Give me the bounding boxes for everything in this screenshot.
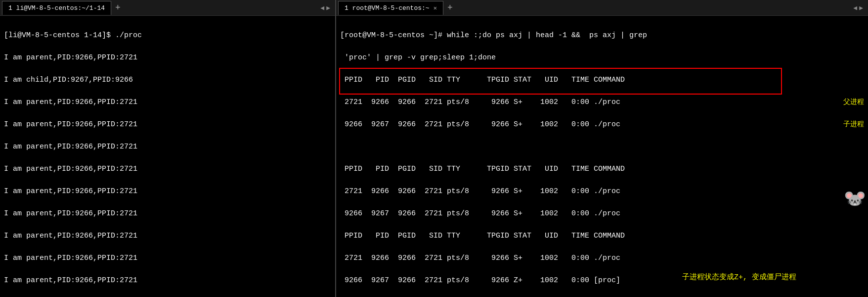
- right-row-set1-1: 2721 9266 9266 2721 pts/8 9266 S+ 1002 0…: [340, 97, 864, 108]
- left-terminal-content: [li@VM-8-5-centos 1-14]$ ./proc I am par…: [0, 16, 335, 297]
- right-tab[interactable]: 1 root@VM-8-5-centos:~ ✕: [338, 1, 443, 15]
- right-row-set2-2: 9266 9267 9266 2721 pts/8 9266 S+ 1002 0…: [340, 208, 864, 220]
- annotation-parent: 父进程: [843, 97, 864, 107]
- left-line-8: I am parent,PID:9266,PPID:2721: [4, 186, 331, 198]
- left-line-9: I am parent,PID:9266,PPID:2721: [4, 208, 331, 220]
- right-nav-right-arrow[interactable]: ▶: [859, 4, 863, 12]
- annotation-child: 子进程: [843, 119, 864, 130]
- right-cmd-line1: [root@VM-8-5-centos ~]# while :;do ps ax…: [340, 30, 864, 42]
- left-line-2: I am parent,PID:9266,PPID:2721: [4, 52, 331, 64]
- right-tab-close-button[interactable]: ✕: [434, 4, 437, 12]
- right-terminal-content: [root@VM-8-5-centos ~]# while :;do ps ax…: [336, 16, 868, 297]
- right-row-set1-2: 9266 9267 9266 2721 pts/8 9266 S+ 1002 0…: [340, 119, 864, 131]
- zombie-annotation: 子进程状态变成Z+, 变成僵尸进程: [682, 272, 796, 284]
- left-nav-left-arrow[interactable]: ◀: [320, 4, 324, 12]
- right-tab-bar: 1 root@VM-8-5-centos:~ ✕ + ◀ ▶: [336, 0, 868, 16]
- left-line-12: I am parent,PID:9266,PPID:2721: [4, 275, 331, 287]
- left-line-1: [li@VM-8-5-centos 1-14]$ ./proc: [4, 30, 331, 42]
- right-cmd-line2: 'proc' | grep -v grep;sleep 1;done: [340, 52, 864, 64]
- right-tab-label: 1 root@VM-8-5-centos:~: [345, 4, 430, 12]
- left-line-10: I am parent,PID:9266,PPID:2721: [4, 231, 331, 242]
- left-line-3: I am child,PID:9267,PPID:9266: [4, 75, 331, 86]
- left-line-5: I am parent,PID:9266,PPID:2721: [4, 119, 331, 131]
- right-header-2: PPID PID PGID SID TTY TPGID STAT UID TIM…: [340, 164, 864, 175]
- right-nav-left-arrow[interactable]: ◀: [853, 4, 857, 12]
- left-line-4: I am parent,PID:9266,PPID:2721: [4, 97, 331, 108]
- left-new-tab-button[interactable]: +: [111, 3, 125, 13]
- left-tab-bar: 1 li@VM-8-5-centos:~/1-14 + ◀ ▶: [0, 0, 335, 16]
- left-line-11: I am parent,PID:9266,PPID:2721: [4, 253, 331, 264]
- right-header-3: PPID PID PGID SID TTY TPGID STAT UID TIM…: [340, 231, 864, 242]
- left-nav-arrows: ◀ ▶: [320, 4, 333, 12]
- left-line-7: I am parent,PID:9266,PPID:2721: [4, 164, 331, 175]
- right-nav-arrows: ◀ ▶: [853, 4, 866, 12]
- left-nav-right-arrow[interactable]: ▶: [326, 4, 330, 12]
- left-terminal-panel: 1 li@VM-8-5-centos:~/1-14 + ◀ ▶ [li@VM-8…: [0, 0, 336, 297]
- right-row-set3-1: 2721 9266 9266 2721 pts/8 9266 S+ 1002 0…: [340, 253, 864, 264]
- zombie-emoji-icon: 🐭: [844, 187, 866, 213]
- left-line-6: I am parent,PID:9266,PPID:2721: [4, 142, 331, 153]
- left-tab[interactable]: 1 li@VM-8-5-centos:~/1-14: [2, 1, 111, 15]
- right-new-tab-button[interactable]: +: [443, 3, 457, 13]
- right-header-1: PPID PID PGID SID TTY TPGID STAT UID TIM…: [340, 75, 864, 86]
- left-tab-label: 1 li@VM-8-5-centos:~/1-14: [8, 4, 105, 12]
- right-row-set2-1: 2721 9266 9266 2721 pts/8 9266 S+ 1002 0…: [340, 186, 864, 198]
- right-terminal-panel: 1 root@VM-8-5-centos:~ ✕ + ◀ ▶ [root@VM-…: [336, 0, 868, 297]
